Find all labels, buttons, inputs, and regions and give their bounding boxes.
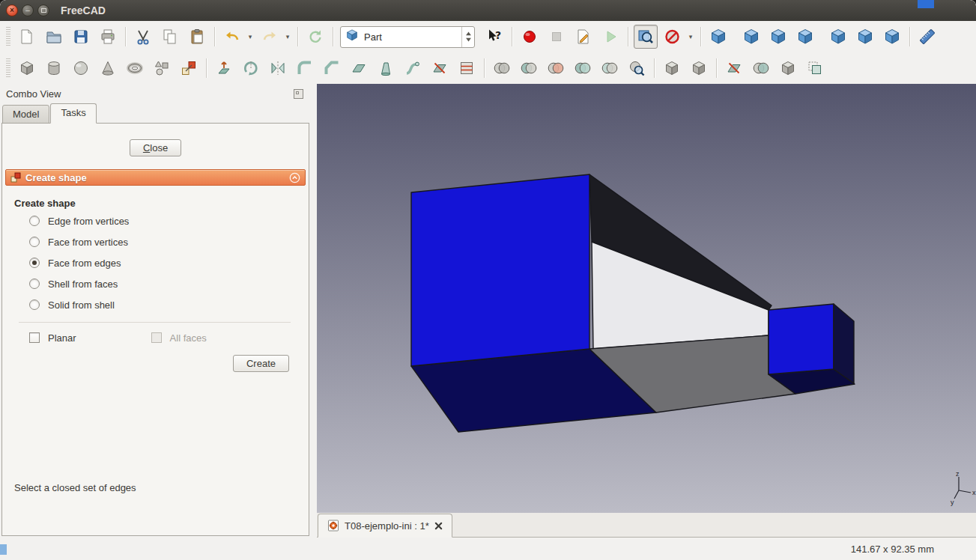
cut-button[interactable]	[544, 56, 568, 80]
measure-button[interactable]	[915, 25, 939, 49]
open-document-button[interactable]	[42, 25, 66, 49]
radio-face-from-edges[interactable]: Face from edges	[29, 252, 309, 273]
macro-edit-button[interactable]	[572, 25, 595, 49]
chamfer-button[interactable]	[320, 56, 344, 80]
checkbox-indicator	[29, 332, 40, 343]
view-right-button[interactable]	[793, 25, 817, 49]
model-small-cube-face[interactable]	[769, 304, 834, 374]
titlebar[interactable]: × – FreeCAD	[0, 0, 976, 21]
cylinder-icon	[45, 59, 63, 77]
cross-sections-button[interactable]	[455, 56, 479, 80]
whats-this-button[interactable]: ?	[482, 25, 506, 49]
radio-edge-from-vertices[interactable]: Edge from vertices	[29, 210, 309, 231]
extrude-button[interactable]	[212, 56, 236, 80]
make-compound-icon	[493, 59, 511, 77]
sphere-button[interactable]	[69, 56, 93, 80]
section-icon	[431, 59, 449, 77]
radio-shell-from-faces[interactable]: Shell from faces	[29, 273, 309, 294]
radio-solid-from-shell[interactable]: Solid from shell	[29, 294, 309, 315]
radio-face-from-vertices[interactable]: Face from vertices	[29, 231, 309, 252]
axis-x-label: x	[972, 489, 976, 496]
thickness-button[interactable]	[803, 56, 827, 80]
collapse-icon[interactable]	[289, 172, 300, 183]
cone-button[interactable]	[96, 56, 120, 80]
join-embed-button[interactable]	[687, 56, 711, 80]
check-geometry-button[interactable]	[625, 56, 649, 80]
save-document-button[interactable]	[69, 25, 93, 49]
close-icon: ×	[10, 7, 14, 14]
ruled-surface-button[interactable]	[347, 56, 371, 80]
union-button[interactable]	[571, 56, 595, 80]
redo-dropdown[interactable]: ▾	[283, 25, 292, 49]
3d-viewport[interactable]: z x y	[317, 84, 976, 513]
loft-button[interactable]	[374, 56, 398, 80]
macro-record-button[interactable]	[518, 25, 542, 49]
view-axonometric-button[interactable]	[706, 25, 730, 49]
panel-float-button[interactable]	[294, 89, 303, 99]
paste-button[interactable]	[185, 25, 209, 49]
defeaturing-button[interactable]	[776, 56, 800, 80]
checkbox-planar[interactable]: Planar	[29, 332, 76, 344]
undo-dropdown[interactable]: ▾	[246, 25, 255, 49]
redo-button[interactable]	[258, 25, 282, 49]
boolean-button[interactable]	[517, 56, 541, 80]
view-rear-button[interactable]	[826, 25, 850, 49]
window-maximize-button[interactable]	[37, 4, 49, 16]
toolbar-handle[interactable]	[6, 58, 10, 78]
macro-stop-button[interactable]	[545, 25, 569, 49]
document-tab[interactable]: T08-ejemplo-ini : 1*	[318, 514, 452, 538]
view-front-button[interactable]	[739, 25, 763, 49]
whats-this-icon: ?	[485, 28, 503, 46]
create-shape-banner[interactable]: Create shape	[5, 169, 306, 186]
document-tab-label: T08-ejemplo-ini : 1*	[345, 520, 429, 532]
draw-style-button[interactable]	[661, 25, 685, 49]
workbench-spinner[interactable]	[461, 27, 474, 47]
intersection-button[interactable]	[598, 56, 622, 80]
sweep-button[interactable]	[401, 56, 425, 80]
create-primitives-button[interactable]	[150, 56, 174, 80]
workbench-selector[interactable]: Part	[340, 26, 475, 48]
torus-button[interactable]	[123, 56, 147, 80]
box-button[interactable]	[15, 56, 39, 80]
make-compound-button[interactable]	[490, 56, 514, 80]
shape-builder-icon	[10, 172, 21, 183]
fit-all-button[interactable]	[634, 25, 658, 49]
mirror-button[interactable]	[266, 56, 290, 80]
section-button[interactable]	[428, 56, 452, 80]
model-large-cube-face[interactable]	[411, 174, 589, 366]
macro-edit-icon	[575, 28, 592, 46]
cylinder-button[interactable]	[42, 56, 66, 80]
view-left-button[interactable]	[880, 25, 904, 49]
toolbar-separator	[297, 27, 298, 46]
boolean-fragments-button[interactable]	[749, 56, 773, 80]
tab-model[interactable]: Model	[2, 105, 49, 124]
join-connect-button[interactable]	[660, 56, 684, 80]
toolbar-separator	[628, 27, 628, 46]
macro-play-button[interactable]	[598, 25, 622, 49]
document-close-icon[interactable]	[434, 522, 443, 530]
combo-view-tabs: Model Tasks	[0, 103, 311, 123]
axis-y-label: y	[951, 499, 954, 506]
close-button[interactable]: Close	[130, 139, 181, 156]
window-minimize-button[interactable]: –	[22, 4, 34, 16]
copy-button[interactable]	[158, 25, 182, 49]
cut-button[interactable]	[131, 25, 155, 49]
refresh-button[interactable]	[303, 25, 327, 49]
view-bottom-button[interactable]	[853, 25, 877, 49]
print-button[interactable]	[96, 25, 120, 49]
revolve-button[interactable]	[239, 56, 263, 80]
toolbar-handle[interactable]	[6, 27, 10, 46]
view-top-button[interactable]	[766, 25, 790, 49]
union-icon	[574, 59, 592, 77]
slice-apart-button[interactable]	[722, 56, 746, 80]
fit-all-icon	[637, 28, 655, 46]
undo-button[interactable]	[220, 25, 244, 49]
tab-tasks[interactable]: Tasks	[50, 103, 96, 124]
fillet-button[interactable]	[293, 56, 317, 80]
create-button[interactable]: Create	[233, 355, 289, 372]
new-document-button[interactable]	[15, 25, 39, 49]
window-close-button[interactable]: ×	[6, 4, 18, 16]
torus-icon	[126, 59, 144, 77]
draw-style-dropdown[interactable]: ▾	[686, 25, 695, 49]
shape-builder-button[interactable]	[177, 56, 201, 80]
